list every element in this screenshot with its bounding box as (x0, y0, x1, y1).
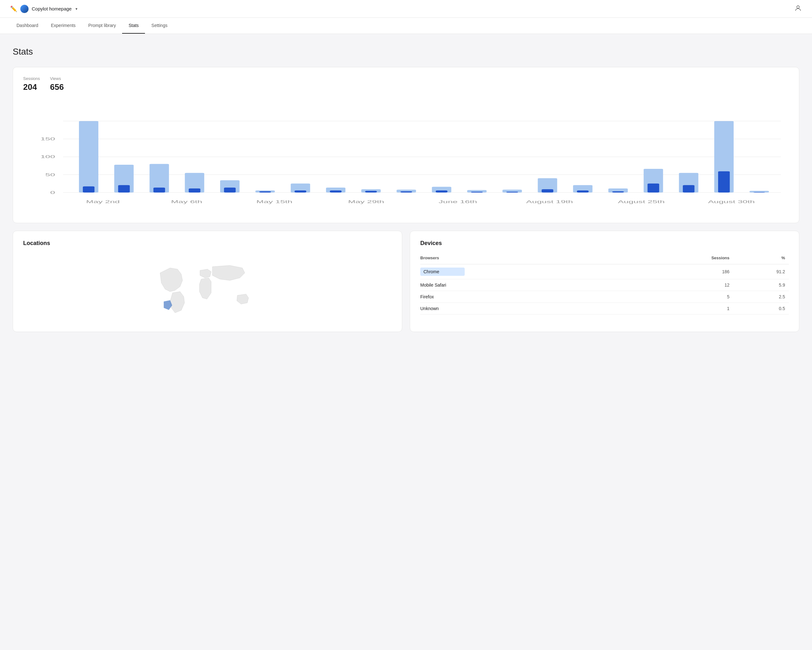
app-logo (20, 5, 29, 13)
map-container (23, 253, 392, 323)
nav-item-settings[interactable]: Settings (145, 18, 174, 34)
svg-rect-31 (436, 190, 447, 192)
percent-cell: 0.5 (733, 303, 789, 315)
svg-text:May 29th: May 29th (348, 200, 384, 204)
svg-text:June 16th: June 16th (439, 200, 477, 204)
svg-rect-45 (683, 185, 694, 192)
nav-item-dashboard[interactable]: Dashboard (10, 18, 45, 34)
svg-rect-13 (118, 185, 130, 192)
svg-rect-41 (612, 191, 624, 193)
svg-rect-37 (542, 189, 554, 192)
svg-text:150: 150 (40, 137, 55, 141)
svg-rect-10 (79, 121, 98, 193)
sessions-label: Sessions (23, 76, 40, 81)
devices-table: Browsers Sessions % Chrome18691.2Mobile … (420, 253, 789, 315)
browser-name-cell: Unknown (420, 303, 635, 315)
svg-text:August 30th: August 30th (708, 200, 755, 204)
browser-name-cell: Firefox (420, 291, 635, 303)
bottom-row: Locations (13, 231, 799, 332)
world-map (23, 253, 392, 323)
views-value: 656 (50, 82, 64, 92)
percent-cell: 91.2 (733, 265, 789, 279)
edit-icon: ✏️ (10, 5, 17, 12)
svg-text:May 15th: May 15th (256, 200, 292, 204)
nav-item-prompt-library[interactable]: Prompt library (82, 18, 122, 34)
page-title: Stats (13, 47, 799, 57)
table-row: Mobile Safari125.9 (420, 279, 789, 291)
svg-point-0 (797, 6, 799, 8)
svg-rect-39 (577, 190, 589, 192)
page-content: Stats Sessions 204 Views 656 0 (0, 34, 812, 345)
locations-title: Locations (23, 240, 392, 246)
user-menu[interactable] (794, 5, 802, 13)
percent-cell: 5.9 (733, 279, 789, 291)
svg-rect-29 (401, 191, 412, 193)
bar-chart: 0 50 100 150 May 2nd May 6th May 15th Ma… (23, 99, 789, 214)
svg-rect-23 (295, 190, 307, 192)
svg-rect-33 (471, 192, 483, 193)
table-header-row: Browsers Sessions % (420, 253, 789, 265)
svg-rect-11 (83, 186, 95, 192)
svg-rect-47 (718, 171, 730, 193)
views-stat: Views 656 (50, 76, 64, 92)
sessions-value: 204 (23, 82, 40, 92)
svg-rect-15 (154, 188, 165, 192)
table-row: Firefox52.5 (420, 291, 789, 303)
browser-name-cell: Chrome (420, 265, 635, 279)
chevron-down-icon[interactable]: ▾ (75, 7, 77, 11)
chart-svg: 0 50 100 150 May 2nd May 6th May 15th Ma… (23, 99, 789, 214)
svg-text:August 25th: August 25th (618, 200, 665, 204)
user-icon (794, 5, 802, 12)
nav-item-experiments[interactable]: Experiments (45, 18, 82, 34)
svg-text:May 6th: May 6th (171, 200, 202, 204)
locations-card: Locations (13, 231, 402, 332)
svg-rect-25 (330, 190, 342, 192)
percent-col-header: % (733, 253, 789, 265)
svg-rect-19 (224, 188, 236, 192)
table-row: Unknown10.5 (420, 303, 789, 315)
svg-text:100: 100 (40, 155, 55, 159)
sessions-col-header: Sessions (635, 253, 733, 265)
svg-text:50: 50 (45, 173, 55, 177)
sessions-cell: 12 (635, 279, 733, 291)
svg-text:August 19th: August 19th (526, 200, 573, 204)
browsers-col-header: Browsers (420, 253, 635, 265)
stats-summary: Sessions 204 Views 656 (23, 76, 789, 92)
svg-rect-21 (259, 191, 271, 193)
svg-rect-27 (365, 191, 377, 192)
sessions-stat: Sessions 204 (23, 76, 40, 92)
table-row: Chrome18691.2 (420, 265, 789, 279)
devices-title: Devices (420, 240, 789, 246)
percent-cell: 2.5 (733, 291, 789, 303)
sessions-cell: 5 (635, 291, 733, 303)
svg-text:May 2nd: May 2nd (86, 200, 120, 204)
browser-name-cell: Mobile Safari (420, 279, 635, 291)
views-label: Views (50, 76, 64, 81)
sessions-cell: 186 (635, 265, 733, 279)
nav-item-stats[interactable]: Stats (122, 18, 145, 34)
svg-rect-43 (647, 184, 659, 192)
svg-text:0: 0 (50, 190, 55, 195)
app-name: Copylot homepage (32, 6, 72, 11)
header-left: ✏️ Copylot homepage ▾ (10, 5, 77, 13)
devices-card: Devices Browsers Sessions % Chrome18691.… (410, 231, 799, 332)
svg-rect-35 (506, 192, 518, 193)
chart-card: Sessions 204 Views 656 0 50 100 150 (13, 67, 799, 223)
svg-rect-17 (189, 188, 200, 193)
app-header: ✏️ Copylot homepage ▾ (0, 0, 812, 18)
sessions-cell: 1 (635, 303, 733, 315)
main-nav: Dashboard Experiments Prompt library Sta… (0, 18, 812, 34)
